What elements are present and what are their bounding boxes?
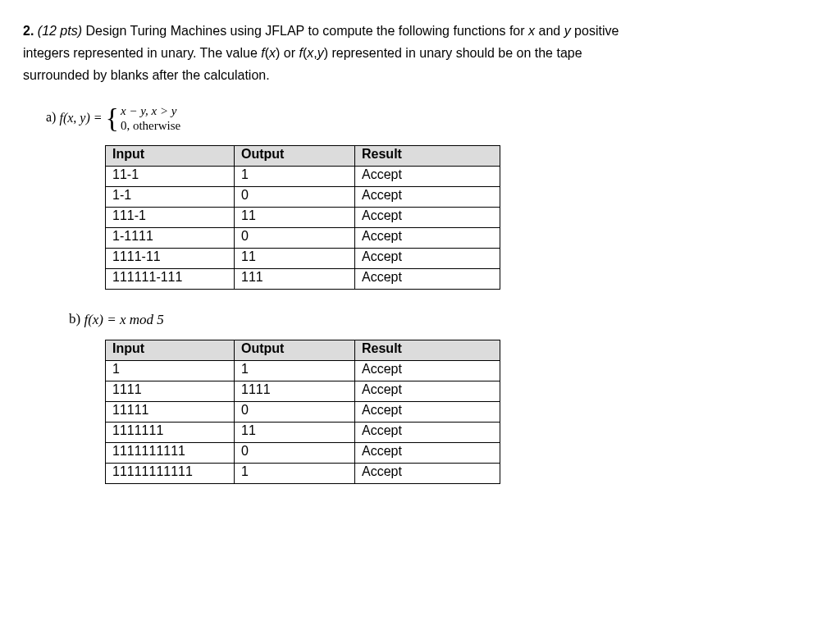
cell-input: 111-1 bbox=[106, 208, 235, 228]
piecewise-cases: x − y, x > y 0, otherwise bbox=[121, 103, 184, 135]
table-header-row: Input Output Result bbox=[106, 146, 500, 167]
cell-result: Accept bbox=[355, 269, 500, 290]
cell-result: Accept bbox=[355, 423, 500, 443]
question-number: 2. bbox=[23, 24, 34, 38]
intro-line3: surrounded by blanks after the calculati… bbox=[23, 68, 270, 82]
cell-input: 111111-111 bbox=[106, 269, 235, 290]
cell-output: 1 bbox=[235, 361, 355, 381]
cell-input: 1111-11 bbox=[106, 249, 235, 269]
header-result: Result bbox=[355, 340, 500, 361]
table-a: Input Output Result 11-11Accept 1-10Acce… bbox=[105, 145, 500, 290]
cell-output: 0 bbox=[235, 187, 355, 208]
question-points: (12 pts) bbox=[38, 24, 82, 38]
cell-output: 11 bbox=[235, 208, 355, 228]
var-x: x bbox=[528, 24, 535, 38]
cell-output: 1 bbox=[235, 464, 355, 484]
table-row: 11111111110Accept bbox=[106, 443, 500, 464]
intro-and: and bbox=[535, 24, 564, 38]
cell-input: 1111 bbox=[106, 381, 235, 402]
intro-text: Design Turing Machines using JFLAP to co… bbox=[82, 24, 528, 38]
cell-input: 11-1 bbox=[106, 167, 235, 187]
cell-output: 11 bbox=[235, 423, 355, 443]
cell-output: 0 bbox=[235, 443, 355, 464]
table-row: 111111111111Accept bbox=[106, 464, 500, 484]
table-row: 1111-1111Accept bbox=[106, 249, 500, 269]
case-2: 0, otherwise bbox=[121, 118, 184, 134]
cell-input: 11111 bbox=[106, 402, 235, 423]
cell-result: Accept bbox=[355, 167, 500, 187]
cell-input: 1-1 bbox=[106, 187, 235, 208]
cell-input: 1111111111 bbox=[106, 443, 235, 464]
cell-result: Accept bbox=[355, 228, 500, 249]
cell-input: 11111111111 bbox=[106, 464, 235, 484]
header-result: Result bbox=[355, 146, 500, 167]
header-input: Input bbox=[106, 340, 235, 361]
question-intro: 2. (12 pts) Design Turing Machines using… bbox=[23, 20, 817, 87]
table-row: 111110Accept bbox=[106, 402, 500, 423]
brace-icon: { bbox=[106, 104, 119, 132]
cell-input: 1111111 bbox=[106, 423, 235, 443]
table-row: 11111111Accept bbox=[106, 381, 500, 402]
table-row: 111-111Accept bbox=[106, 208, 500, 228]
fx-x: x bbox=[269, 46, 276, 60]
cell-output: 0 bbox=[235, 228, 355, 249]
cell-output: 111 bbox=[235, 269, 355, 290]
header-output: Output bbox=[235, 146, 355, 167]
part-a-label: a) f(x, y) = { x − y, x > y 0, otherwise bbox=[46, 103, 817, 135]
cell-output: 1 bbox=[235, 167, 355, 187]
table-header-row: Input Output Result bbox=[106, 340, 500, 361]
table-row: 11Accept bbox=[106, 361, 500, 381]
part-b-letter: b) bbox=[69, 311, 84, 327]
cell-output: 0 bbox=[235, 402, 355, 423]
header-input: Input bbox=[106, 146, 235, 167]
cell-result: Accept bbox=[355, 464, 500, 484]
cell-result: Accept bbox=[355, 249, 500, 269]
part-a-function: f(x, y) = bbox=[59, 111, 102, 126]
header-output: Output bbox=[235, 340, 355, 361]
piecewise-brace: { x − y, x > y 0, otherwise bbox=[106, 103, 185, 135]
table-row: 11-11Accept bbox=[106, 167, 500, 187]
var-y: y bbox=[564, 24, 571, 38]
table-b: Input Output Result 11Accept 11111111Acc… bbox=[105, 340, 500, 484]
intro-or: or bbox=[280, 46, 299, 60]
part-b-label: b) f(x) = x mod 5 bbox=[69, 311, 817, 328]
table-row: 1-11110Accept bbox=[106, 228, 500, 249]
intro-line2b: represented in unary should be on the ta… bbox=[328, 46, 582, 60]
cell-result: Accept bbox=[355, 361, 500, 381]
cell-result: Accept bbox=[355, 402, 500, 423]
cell-input: 1 bbox=[106, 361, 235, 381]
cell-result: Accept bbox=[355, 381, 500, 402]
cell-result: Accept bbox=[355, 208, 500, 228]
table-row: 111111-111111Accept bbox=[106, 269, 500, 290]
table-row: 1-10Accept bbox=[106, 187, 500, 208]
cell-input: 1-1111 bbox=[106, 228, 235, 249]
fxy-y: y bbox=[317, 46, 324, 60]
case-1: x − y, x > y bbox=[121, 103, 184, 119]
table-row: 111111111Accept bbox=[106, 423, 500, 443]
intro-tail1: positive bbox=[571, 24, 619, 38]
cell-output: 11 bbox=[235, 249, 355, 269]
part-b-function: f(x) = x mod 5 bbox=[84, 312, 163, 328]
intro-line2a: integers represented in unary. The value bbox=[23, 46, 261, 60]
cell-result: Accept bbox=[355, 187, 500, 208]
cell-result: Accept bbox=[355, 443, 500, 464]
part-a-letter: a) bbox=[46, 110, 59, 124]
cell-output: 1111 bbox=[235, 381, 355, 402]
